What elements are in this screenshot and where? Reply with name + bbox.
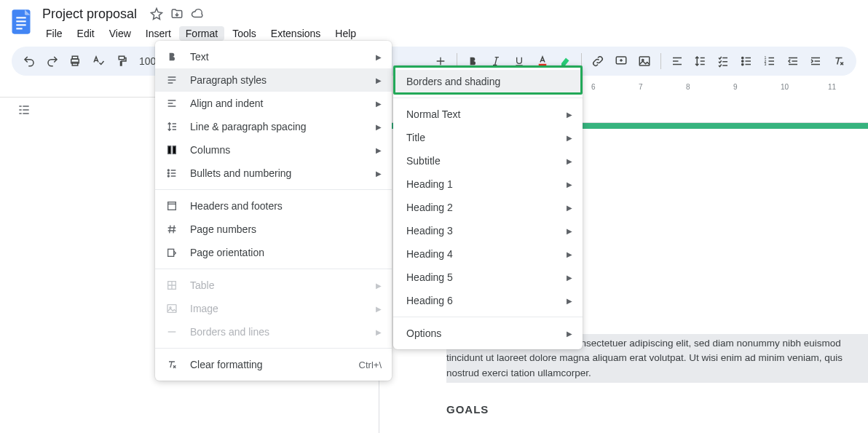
cloud-status-icon[interactable] (189, 6, 205, 22)
menu-divider (155, 189, 392, 190)
menu-item-subtitle[interactable]: Subtitle▶ (393, 149, 583, 172)
menu-item-label: Page numbers (190, 223, 256, 235)
menu-item-options[interactable]: Options▶ (393, 322, 583, 345)
menu-item-page-numbers[interactable]: Page numbers (155, 218, 392, 241)
image-icon (164, 301, 180, 316)
menu-item-headers-and-footers[interactable]: Headers and footers (155, 194, 392, 218)
menu-item-label: Heading 6 (406, 295, 453, 306)
svg-point-21 (167, 172, 169, 174)
decrease-indent-button[interactable] (783, 51, 803, 71)
menu-item-label: Borders and shading (406, 76, 500, 87)
checklist-button[interactable] (713, 51, 733, 71)
menu-extensions[interactable]: Extensions (264, 26, 327, 41)
menu-item-label: Page orientation (190, 247, 264, 258)
menu-item-align-and-indent[interactable]: Align and indent▶ (155, 92, 392, 115)
menu-item-page-orientation[interactable]: Page orientation (155, 241, 392, 264)
menu-item-label: Image (190, 303, 218, 314)
line-spacing-button[interactable] (690, 51, 711, 71)
menu-divider (155, 269, 392, 269)
spellcheck-button[interactable] (88, 51, 108, 71)
menu-format[interactable]: Format (179, 26, 224, 41)
align-button[interactable] (667, 51, 687, 71)
submenu-arrow-icon: ▶ (376, 76, 382, 84)
svg-point-22 (167, 175, 169, 177)
menu-item-line-paragraph-spacing[interactable]: Line & paragraph spacing▶ (155, 115, 392, 138)
outline-toggle-button[interactable] (13, 99, 35, 121)
menu-item-text[interactable]: Text▶ (155, 45, 392, 68)
menu-file[interactable]: File (39, 26, 69, 41)
ruler-tick: 11 (828, 83, 836, 91)
align-icon (164, 96, 180, 111)
menu-insert[interactable]: Insert (139, 26, 178, 41)
svg-text:3: 3 (764, 62, 766, 66)
bullets-icon (164, 166, 180, 180)
menu-item-heading-1[interactable]: Heading 1▶ (393, 172, 583, 196)
menu-item-label: Heading 1 (406, 178, 453, 190)
redo-button[interactable] (42, 51, 63, 71)
menu-item-bullets-and-numbering[interactable]: Bullets and numbering▶ (155, 162, 392, 185)
paint-format-button[interactable] (111, 51, 132, 71)
menu-item-clear-formatting[interactable]: Clear formattingCtrl+\ (155, 353, 392, 376)
menu-item-label: Table (190, 279, 214, 291)
submenu-arrow-icon: ▶ (376, 328, 382, 336)
clear-formatting-button[interactable] (829, 51, 849, 71)
menu-item-label: Bullets and numbering (190, 167, 291, 179)
menu-item-label: Title (406, 132, 425, 143)
menu-item-title[interactable]: Title▶ (393, 126, 583, 149)
menu-item-label: Options (406, 327, 441, 339)
menu-item-paragraph-styles[interactable]: Paragraph styles▶ (155, 68, 392, 92)
svg-rect-19 (173, 146, 175, 154)
menu-item-heading-4[interactable]: Heading 4▶ (393, 242, 583, 266)
bulleted-list-button[interactable] (736, 51, 757, 71)
menu-item-heading-5[interactable]: Heading 5▶ (393, 266, 583, 289)
svg-rect-6 (73, 56, 79, 59)
menu-item-columns[interactable]: Columns▶ (155, 138, 392, 162)
undo-button[interactable] (19, 51, 39, 71)
clear-icon (164, 357, 180, 372)
svg-rect-24 (168, 249, 174, 256)
paragraph-styles-submenu[interactable]: Borders and shadingNormal Text▶Title▶Sub… (393, 65, 583, 349)
numbered-list-button[interactable]: 123 (760, 51, 780, 71)
format-menu[interactable]: Text▶Paragraph styles▶Align and indent▶L… (155, 41, 392, 381)
menu-edit[interactable]: Edit (71, 26, 101, 41)
insert-image-button[interactable] (634, 51, 655, 71)
menu-item-label: Line & paragraph spacing (190, 121, 307, 132)
submenu-arrow-icon: ▶ (376, 100, 382, 108)
goals-heading[interactable]: GOALS (446, 403, 868, 416)
svg-point-12 (742, 57, 743, 58)
submenu-arrow-icon: ▶ (376, 146, 382, 154)
submenu-arrow-icon: ▶ (567, 250, 572, 258)
ruler-tick: 7 (639, 83, 643, 91)
menu-item-normal-text[interactable]: Normal Text▶ (393, 103, 583, 126)
submenu-arrow-icon: ▶ (567, 204, 572, 212)
docs-logo[interactable] (7, 4, 35, 39)
hash-icon (164, 222, 180, 237)
print-button[interactable] (66, 51, 86, 71)
add-comment-button[interactable] (611, 51, 631, 71)
ruler-tick: 10 (781, 83, 789, 91)
menu-item-label: Heading 2 (406, 202, 453, 213)
move-folder-icon[interactable] (169, 6, 185, 22)
ruler-tick: 8 (686, 83, 690, 91)
submenu-arrow-icon: ▶ (567, 274, 572, 282)
svg-rect-3 (16, 24, 25, 25)
increase-indent-button[interactable] (805, 51, 826, 71)
paragraph-icon (164, 73, 180, 87)
svg-point-13 (742, 60, 743, 62)
menu-tools[interactable]: Tools (226, 26, 263, 41)
menu-item-heading-2[interactable]: Heading 2▶ (393, 196, 583, 219)
submenu-arrow-icon: ▶ (567, 134, 572, 142)
menu-item-heading-3[interactable]: Heading 3▶ (393, 219, 583, 242)
shortcut-label: Ctrl+\ (359, 359, 382, 370)
menu-help[interactable]: Help (328, 26, 363, 41)
document-title[interactable]: Project proposal (39, 6, 140, 23)
menu-item-heading-6[interactable]: Heading 6▶ (393, 289, 583, 312)
menu-item-label: Text (190, 51, 209, 63)
menu-view[interactable]: View (103, 26, 138, 41)
menu-item-borders-and-shading[interactable]: Borders and shading (393, 70, 583, 93)
menu-item-label: Headers and footers (190, 200, 283, 212)
insert-link-button[interactable] (588, 51, 608, 71)
spacing-icon (164, 119, 180, 134)
star-icon[interactable] (149, 6, 165, 22)
menu-item-label: Heading 5 (406, 271, 453, 283)
